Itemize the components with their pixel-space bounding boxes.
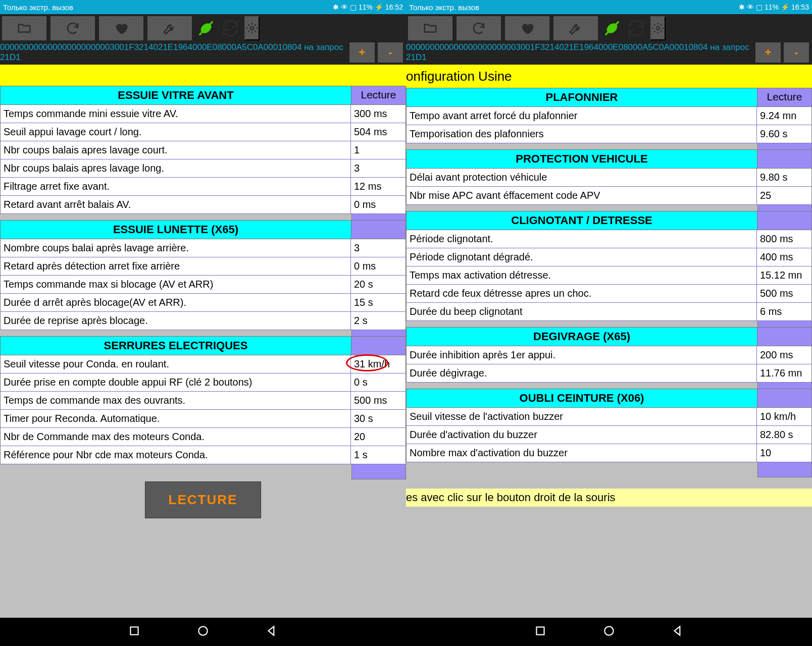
- table-row[interactable]: Durée dégivrage.11.76 mn: [406, 364, 812, 383]
- lecture-button[interactable]: LECTURE: [145, 481, 262, 518]
- param-value: 300 ms: [351, 105, 405, 123]
- right-screenshot: Только экстр. вызов ✱ 👁 ▢ 11% ⚡ 16:53 00…: [406, 0, 812, 646]
- eye-icon: 👁: [747, 3, 754, 11]
- table-row[interactable]: Durée de reprise après blocage.2 s: [0, 312, 406, 330]
- table-row[interactable]: Temps commande max si blocage (AV et ARR…: [0, 276, 406, 294]
- param-label: Nbr de Commande max des moteurs Conda.: [1, 428, 351, 446]
- table-row[interactable]: Référence pour Nbr cde max moteurs Conda…: [0, 446, 406, 464]
- content-right[interactable]: PLAFONNIERLectureTempo avant arret forcé…: [406, 88, 812, 618]
- table-row[interactable]: Durée prise en compte double appui RF (c…: [0, 373, 406, 392]
- table-row[interactable]: Timer pour Reconda. Automatique.30 s: [0, 410, 406, 428]
- param-value: 0 ms: [351, 196, 405, 213]
- param-label: Durée de reprise après blocage.: [1, 312, 351, 330]
- table-row[interactable]: Temporisation des plafonniers9.60 s: [406, 125, 812, 143]
- svg-point-3: [250, 27, 254, 30]
- param-label: Référence pour Nbr cde max moteurs Conda…: [1, 446, 351, 464]
- table-row[interactable]: Délai avant protection véhicule9.80 s: [406, 169, 812, 187]
- section-title: CLIGNOTANT / DETRESSE: [407, 211, 757, 230]
- param-label: Durée inhibition après 1er appui.: [407, 346, 757, 364]
- table-row[interactable]: Tempo avant arret forcé du plafonnier9.2…: [406, 107, 812, 125]
- table-row[interactable]: Nombre coups balai après lavage arrière.…: [0, 239, 406, 257]
- table-row[interactable]: Période clignotant.800 ms: [406, 230, 812, 248]
- folder-button[interactable]: [408, 16, 452, 40]
- folder-button[interactable]: [2, 16, 46, 40]
- param-value: 10 km/h: [757, 408, 811, 425]
- table-row[interactable]: Temps commande mini essuie vitre AV.300 …: [0, 105, 406, 123]
- param-value: 3: [351, 239, 405, 257]
- battery-charging-icon: ⚡: [375, 3, 383, 11]
- nav-back-icon[interactable]: [671, 624, 684, 639]
- battery-pct: 11%: [359, 3, 373, 11]
- param-label: Durée prise en compte double appui RF (c…: [1, 373, 351, 391]
- table-row[interactable]: Nombre max d'activation du buzzer10: [406, 444, 812, 462]
- lecture-column-spacer: [757, 211, 811, 230]
- param-label: Filtrage arret fixe avant.: [1, 178, 351, 195]
- lecture-column-spacer: [757, 150, 811, 168]
- lecture-column-spacer: [351, 221, 405, 239]
- table-row[interactable]: Durée d'activation du buzzer82.80 s: [406, 426, 812, 444]
- table-row[interactable]: Retard avant arrêt balais AV.0 ms: [0, 196, 406, 214]
- param-label: Nombre max d'activation du buzzer: [407, 444, 757, 462]
- table-row[interactable]: Seuil vitesse pour Conda. en roulant.31 …: [0, 355, 406, 373]
- table-row[interactable]: Nbr coups balais apres lavage long.3: [0, 159, 406, 178]
- param-value: 0 ms: [351, 257, 405, 275]
- param-value: 400 ms: [757, 248, 811, 266]
- table-row[interactable]: Nbr mise APC avant éffacement code APV25: [406, 187, 812, 205]
- param-label: Temps max activation détresse.: [407, 266, 757, 284]
- nav-recent-icon[interactable]: [128, 624, 141, 639]
- reload-button[interactable]: [456, 16, 501, 40]
- table-row[interactable]: Filtrage arret fixe avant.12 ms: [0, 178, 406, 196]
- favorite-button[interactable]: [99, 16, 143, 40]
- section-title: ESSUIE LUNETTE (X65): [1, 221, 351, 239]
- table-row[interactable]: Nbr coups balais apres lavage court.1: [0, 141, 406, 159]
- table-row[interactable]: Temps de commande max des ouvrants.500 m…: [0, 392, 406, 410]
- wrench-button[interactable]: [147, 16, 192, 40]
- settings-button[interactable]: [650, 16, 666, 40]
- info-row: 000000000000000000000003001F3214021E1964…: [0, 42, 406, 65]
- nav-recent-icon[interactable]: [534, 624, 547, 639]
- plus-button[interactable]: +: [349, 42, 375, 63]
- carrier-text: Только экстр. вызов: [409, 3, 479, 12]
- nav-home-icon[interactable]: [602, 624, 616, 639]
- content-left[interactable]: ESSUIE VITRE AVANTLectureTemps commande …: [0, 86, 406, 618]
- lecture-column-spacer: [351, 337, 405, 355]
- plus-button[interactable]: +: [755, 42, 781, 63]
- svg-rect-4: [130, 627, 138, 634]
- battery-icon: ▢: [350, 3, 357, 11]
- sync-icon: [220, 18, 240, 38]
- table-row[interactable]: Temps max activation détresse.15.12 mn: [406, 266, 812, 285]
- table-row[interactable]: Période clignotant dégradé.400 ms: [406, 248, 812, 266]
- sync-icon: [626, 18, 646, 38]
- table-row[interactable]: Durée inhibition après 1er appui.200 ms: [406, 346, 812, 364]
- connection-icon: [196, 18, 216, 38]
- table-row[interactable]: Retard après détection arret fixe arrièr…: [0, 257, 406, 276]
- request-text: 000000000000000000000003001F3214021E1964…: [0, 42, 346, 63]
- param-value: 10: [757, 444, 811, 462]
- param-label: Retard après détection arret fixe arrièr…: [1, 257, 351, 275]
- minus-button[interactable]: -: [378, 42, 403, 63]
- nav-back-icon[interactable]: [265, 624, 278, 639]
- table-row[interactable]: Seuil appui lavage court / long.504 ms: [0, 123, 406, 141]
- table-row[interactable]: Nbr de Commande max des moteurs Conda.20: [0, 428, 406, 446]
- table-row[interactable]: Seuil vitesse de l'activation buzzer10 k…: [406, 408, 812, 426]
- param-value: 800 ms: [757, 230, 811, 248]
- param-label: Temporisation des plafonniers: [407, 125, 757, 143]
- param-value: 82.80 s: [757, 426, 811, 444]
- status-bar: Только экстр. вызов ✱ 👁 ▢ 11% ⚡ 16:52: [0, 0, 406, 14]
- eye-icon: 👁: [341, 3, 348, 11]
- wrench-button[interactable]: [553, 16, 598, 40]
- toolbar: [0, 14, 406, 42]
- settings-button[interactable]: [244, 16, 260, 40]
- nav-bar: [0, 618, 406, 646]
- lecture-column-spacer: [757, 328, 811, 346]
- table-row[interactable]: Retard cde feux détresse apres un choc.5…: [406, 285, 812, 303]
- table-row[interactable]: Durée d arrêt après blocage(AV et ARR).1…: [0, 294, 406, 312]
- table-row[interactable]: Durée du beep clignotant6 ms: [406, 303, 812, 321]
- minus-button[interactable]: -: [784, 42, 809, 63]
- favorite-button[interactable]: [505, 16, 549, 40]
- nav-home-icon[interactable]: [196, 624, 210, 639]
- param-label: Durée d'activation du buzzer: [407, 426, 757, 444]
- param-value: 504 ms: [351, 123, 405, 141]
- param-label: Seuil vitesse pour Conda. en roulant.: [1, 355, 351, 373]
- reload-button[interactable]: [50, 16, 95, 40]
